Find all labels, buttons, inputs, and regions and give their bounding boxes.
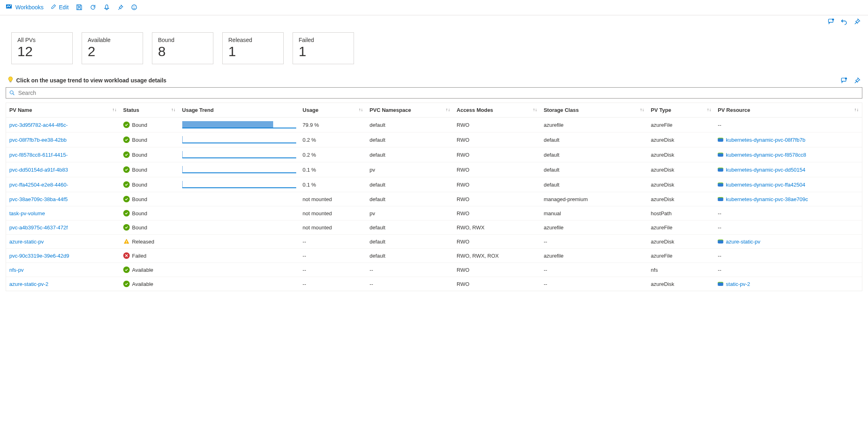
col-header-usage[interactable]: Usage↑↓ <box>299 103 367 118</box>
pv-resource-text: -- <box>718 225 721 231</box>
grid-pin-icon[interactable] <box>853 77 861 84</box>
access-modes-text: RWO <box>453 118 540 132</box>
usage-trend-bar[interactable] <box>182 151 296 158</box>
tile-value: 1 <box>228 44 278 59</box>
search-box[interactable] <box>6 87 862 99</box>
tile-available[interactable]: Available 2 <box>82 32 143 64</box>
pv-type-text: hostPath <box>648 206 715 220</box>
pv-resource-link[interactable]: kubernetes-dynamic-pvc-38ae709c <box>726 196 808 202</box>
svg-point-1 <box>132 5 137 10</box>
tile-bound[interactable]: Bound 8 <box>152 32 213 64</box>
disk-icon <box>718 168 723 172</box>
status-ok-icon <box>123 166 130 173</box>
pv-resource-text: -- <box>718 210 721 216</box>
status-text: Available <box>132 281 154 287</box>
edit-button[interactable]: Edit <box>51 4 69 10</box>
search-input[interactable] <box>17 89 859 97</box>
tile-value: 1 <box>299 44 348 59</box>
table-row: pvc-38ae709c-38ba-44f5Boundnot mountedde… <box>6 192 862 206</box>
tile-value: 8 <box>158 44 207 59</box>
col-header-status[interactable]: Status↑↓ <box>120 103 179 118</box>
usage-text: 0.1 % <box>299 177 367 192</box>
usage-text: -- <box>299 235 367 249</box>
sort-icon: ↑↓ <box>112 107 117 112</box>
undo-icon[interactable] <box>841 18 848 25</box>
usage-trend-bar[interactable] <box>182 181 296 188</box>
pv-type-text: azureDisk <box>648 277 715 291</box>
pv-name-link[interactable]: pvc-dd50154d-a91f-4b83 <box>9 167 68 173</box>
tile-label: Available <box>88 37 137 43</box>
comment-icon[interactable] <box>828 18 835 25</box>
status-text: Bound <box>132 210 147 216</box>
feedback-icon[interactable] <box>131 4 137 10</box>
pv-type-text: azureDisk <box>648 192 715 206</box>
status-ok-icon <box>123 122 130 128</box>
col-header-storage-class[interactable]: Storage Class↑↓ <box>540 103 647 118</box>
pv-name-link[interactable]: pvc-08f7fb7b-ee38-42bb <box>9 137 67 143</box>
pv-name-link[interactable]: azure-static-pv <box>9 239 44 245</box>
access-modes-text: RWO <box>453 147 540 162</box>
access-modes-text: RWO <box>453 162 540 177</box>
col-header-usage-trend[interactable]: Usage Trend <box>179 103 299 118</box>
pv-type-text: azureDisk <box>648 235 715 249</box>
tile-label: Bound <box>158 37 207 43</box>
col-header-pv-name[interactable]: PV Name↑↓ <box>6 103 120 118</box>
pv-resource-link[interactable]: azure-static-pv <box>726 239 760 245</box>
storage-class-text: default <box>540 147 647 162</box>
table-row: pvc-dd50154d-a91f-4b83Bound0.1 %pvRWOdef… <box>6 162 862 177</box>
pin-page-icon[interactable] <box>853 18 861 25</box>
refresh-icon[interactable] <box>90 4 96 10</box>
usage-text: 0.2 % <box>299 147 367 162</box>
pin-icon[interactable] <box>117 4 124 10</box>
usage-trend-bar[interactable] <box>182 121 296 128</box>
usage-text: not mounted <box>299 220 367 235</box>
usage-text: 0.1 % <box>299 162 367 177</box>
svg-rect-11 <box>126 241 126 242</box>
namespace-text: default <box>367 118 453 132</box>
disk-icon <box>718 197 723 202</box>
alert-icon[interactable] <box>103 4 110 10</box>
pv-resource-link[interactable]: kubernetes-dynamic-pvc-dd50154 <box>726 167 805 173</box>
pv-name-link[interactable]: pvc-ffa42504-e2e8-4460- <box>9 182 68 188</box>
usage-trend-bar[interactable] <box>182 166 296 173</box>
pv-name-link[interactable]: pvc-3d95f782-ac44-4f6c- <box>9 122 68 128</box>
storage-class-text: managed-premium <box>540 192 647 206</box>
save-icon[interactable] <box>76 4 82 10</box>
svg-rect-12 <box>126 243 126 243</box>
pv-name-link[interactable]: pvc-a4b3975c-4637-472f <box>9 225 68 231</box>
col-header-access-modes[interactable]: Access Modes↑↓ <box>453 103 540 118</box>
grid-comment-icon[interactable] <box>841 77 848 84</box>
disk-icon <box>718 282 723 287</box>
pv-type-text: azureFile <box>648 249 715 263</box>
usage-text: 0.2 % <box>299 132 367 147</box>
pv-type-text: azureFile <box>648 118 715 132</box>
pv-name-link[interactable]: pvc-90c3319e-39e6-42d9 <box>9 253 69 259</box>
tile-released[interactable]: Released 1 <box>222 32 284 64</box>
workbooks-brand[interactable]: Workbooks <box>6 3 44 11</box>
pv-resource-link[interactable]: kubernetes-dynamic-pvc-ffa42504 <box>726 182 805 188</box>
pv-name-link[interactable]: pvc-f8578cc8-611f-4415- <box>9 152 68 158</box>
summary-tiles: All PVs 12 Available 2 Bound 8 Released … <box>0 25 868 75</box>
col-header-pv-resource[interactable]: PV Resource↑↓ <box>714 103 862 118</box>
pv-type-text: azureDisk <box>648 147 715 162</box>
col-header-pvc-namespace[interactable]: PVC Namespace↑↓ <box>367 103 453 118</box>
pv-name-link[interactable]: task-pv-volume <box>9 210 45 216</box>
pv-resource-link[interactable]: kubernetes-dynamic-pvc-f8578cc8 <box>726 152 806 158</box>
status-ok-icon <box>123 224 130 231</box>
tile-all-pvs[interactable]: All PVs 12 <box>11 32 73 64</box>
svg-point-3 <box>135 6 135 7</box>
pv-resource-link[interactable]: kubernetes-dynamic-pvc-08f7fb7b <box>726 137 805 143</box>
access-modes-text: RWO, RWX, ROX <box>453 249 540 263</box>
usage-text: not mounted <box>299 192 367 206</box>
svg-point-8 <box>845 78 847 80</box>
workbooks-label: Workbooks <box>15 4 44 10</box>
usage-trend-bar[interactable] <box>182 136 296 143</box>
pv-name-link[interactable]: nfs-pv <box>9 267 23 273</box>
pv-name-link[interactable]: pvc-38ae709c-38ba-44f5 <box>9 196 68 202</box>
pv-resource-link[interactable]: static-pv-2 <box>726 281 750 287</box>
pv-resource-text: -- <box>718 267 721 273</box>
access-modes-text: RWO, RWX <box>453 220 540 235</box>
tile-failed[interactable]: Failed 1 <box>293 32 354 64</box>
col-header-pv-type[interactable]: PV Type↑↓ <box>648 103 715 118</box>
pv-name-link[interactable]: azure-static-pv-2 <box>9 281 48 287</box>
